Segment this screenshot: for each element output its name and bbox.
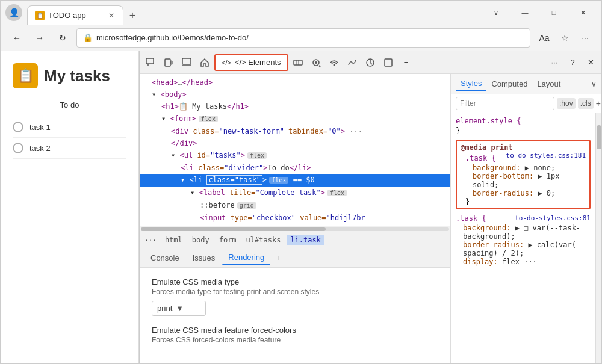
task-item-1: task 1 bbox=[13, 117, 126, 138]
help-button[interactable]: ? bbox=[564, 54, 581, 71]
breadcrumb-body[interactable]: body bbox=[188, 235, 213, 245]
selected-html-line[interactable]: ▾ <li class="task">flex == $0 bbox=[140, 174, 450, 187]
styles-filter-bar: :hov .cls + ⊞ ⊟ bbox=[451, 94, 601, 113]
html-line[interactable]: ▾ <label title="Complete task">flex bbox=[140, 187, 450, 199]
title-bar: 👤 📋 TODO app ✕ + ∨ — □ ✕ bbox=[1, 1, 601, 25]
new-tab-button[interactable]: + bbox=[123, 7, 141, 25]
active-tab[interactable]: 📋 TODO app ✕ bbox=[27, 5, 123, 25]
media-type-select[interactable]: print ▼ bbox=[152, 301, 206, 316]
styles-filter-input[interactable] bbox=[456, 97, 554, 110]
layout-tab[interactable]: Layout bbox=[532, 77, 565, 91]
media-print-label: @media print to-do-styles.css:181 bbox=[461, 143, 586, 152]
cls-button[interactable]: .cls bbox=[578, 98, 594, 109]
add-tab-button[interactable]: + bbox=[272, 251, 286, 265]
svg-rect-0 bbox=[146, 58, 154, 64]
style-prop-radius-2: border-radius: ▶ calc(var(--spacing) / 2… bbox=[456, 241, 591, 258]
device-emulation-button[interactable] bbox=[160, 54, 177, 71]
more-options-button[interactable]: ··· bbox=[576, 29, 594, 47]
window-controls: ∨ — □ ✕ bbox=[480, 3, 597, 22]
element-style-close: } bbox=[456, 126, 591, 135]
close-devtools-button[interactable]: ✕ bbox=[582, 54, 599, 71]
task-rule-2-header: .task { to-do-styles.css:81 bbox=[456, 214, 591, 224]
rule-close-1: } bbox=[465, 197, 586, 206]
read-aloud-button[interactable]: Aa bbox=[535, 29, 553, 47]
element-style-rule: element.style { } bbox=[456, 117, 591, 135]
svg-line-11 bbox=[319, 66, 320, 67]
breadcrumb-html[interactable]: html bbox=[161, 235, 186, 245]
home-button[interactable] bbox=[196, 54, 213, 71]
media-type-value: print bbox=[157, 304, 172, 313]
styles-expand-button[interactable]: ∨ bbox=[591, 80, 597, 88]
main-content-area: 📋 My tasks To do task 1 task 2 bbox=[1, 51, 601, 363]
task-source-2[interactable]: to-do-styles.css:81 bbox=[515, 214, 591, 224]
style-prop-bg-2: background: ▶ □ var(--task-background); bbox=[456, 224, 591, 241]
refresh-button[interactable]: ↻ bbox=[54, 29, 72, 47]
media-print-source[interactable]: to-do-styles.css:181 bbox=[506, 152, 586, 159]
forward-button[interactable]: → bbox=[31, 29, 49, 47]
pseudo-classes-button[interactable]: :hov bbox=[557, 98, 576, 109]
close-window-button[interactable]: ✕ bbox=[569, 3, 597, 22]
tab-elements[interactable]: </> </> Elements bbox=[214, 54, 288, 71]
styles-tab[interactable]: Styles bbox=[456, 76, 486, 91]
performance-button[interactable] bbox=[344, 54, 361, 71]
computed-tab[interactable]: Computed bbox=[486, 77, 532, 91]
minimize-button[interactable]: — bbox=[511, 3, 539, 22]
app-header: 📋 My tasks bbox=[13, 63, 126, 88]
html-line[interactable]: </div> bbox=[140, 137, 450, 149]
task-1-label: task 1 bbox=[29, 123, 51, 132]
rendering-tab[interactable]: Rendering bbox=[222, 250, 270, 265]
html-line[interactable]: <head>…</head> bbox=[140, 76, 450, 88]
add-style-rule-button[interactable]: + bbox=[596, 99, 601, 108]
forced-colors-section: Emulate CSS media feature forced-colors … bbox=[152, 325, 438, 344]
breadcrumb-form[interactable]: form bbox=[216, 235, 240, 245]
styles-scrollbar[interactable] bbox=[595, 113, 601, 363]
more-tools-button[interactable]: ··· bbox=[546, 54, 563, 71]
html-line[interactable]: <input type="checkbox" value="hdijl7br bbox=[140, 212, 450, 224]
html-line[interactable]: ::beforegrid bbox=[140, 199, 450, 212]
inspect-element-button[interactable] bbox=[142, 54, 159, 71]
styles-tabs: Styles Computed Layout ∨ bbox=[451, 74, 601, 94]
section-label: To do bbox=[13, 100, 126, 110]
memory-button[interactable] bbox=[362, 54, 379, 71]
task-rule-2: .task { to-do-styles.css:81 background: … bbox=[456, 214, 591, 266]
app-panel: 📋 My tasks To do task 1 task 2 bbox=[1, 51, 139, 363]
forced-colors-label: Emulate CSS media feature forced-colors bbox=[152, 325, 438, 335]
styles-content: element.style { } @media print to-do-sty… bbox=[451, 113, 595, 363]
breadcrumb-li-task[interactable]: li.task bbox=[287, 235, 324, 245]
console-drawer-button[interactable] bbox=[178, 54, 195, 71]
back-button[interactable]: ← bbox=[8, 29, 26, 47]
html-line[interactable]: <h1>📋 My tasks</h1> bbox=[140, 100, 450, 113]
html-line[interactable]: ▾ <form>flex bbox=[140, 113, 450, 125]
network-button[interactable] bbox=[290, 54, 306, 71]
devtools-toolbar: </> </> Elements bbox=[140, 51, 601, 74]
profile-avatar[interactable]: 👤 bbox=[5, 4, 22, 21]
task-2-checkbox[interactable] bbox=[13, 143, 23, 153]
lock-icon: 🔒 bbox=[83, 33, 93, 42]
collapse-button[interactable]: ∨ bbox=[482, 3, 510, 22]
maximize-button[interactable]: □ bbox=[540, 3, 568, 22]
html-line[interactable]: <li class="divider">To do</li> bbox=[140, 162, 450, 174]
task-1-checkbox[interactable] bbox=[13, 122, 23, 132]
issues-tab[interactable]: Issues bbox=[187, 251, 222, 265]
add-panel-button[interactable]: + bbox=[398, 54, 415, 71]
html-line[interactable]: ▾ <body> bbox=[140, 88, 450, 100]
console-tab[interactable]: Console bbox=[144, 251, 185, 265]
tab-close-button[interactable]: ✕ bbox=[107, 10, 116, 21]
html-line[interactable]: ▾ <ul id="tasks">flex bbox=[140, 149, 450, 162]
tab-bar: 📋 TODO app ✕ + bbox=[27, 1, 475, 25]
address-bar[interactable]: 🔒 microsoftedge.github.io/Demos/demo-to-… bbox=[76, 28, 530, 48]
html-line[interactable]: <div class="new-task-form" tabindex="0">… bbox=[140, 125, 450, 137]
elements-html-panel: <head>…</head> ▾ <body> <h1>📋 My tasks</… bbox=[140, 74, 450, 226]
sources-button[interactable] bbox=[308, 54, 324, 71]
element-style-selector: element.style { bbox=[456, 117, 591, 125]
favorites-button[interactable]: ☆ bbox=[556, 29, 574, 47]
svg-rect-4 bbox=[182, 58, 191, 64]
layers-button[interactable] bbox=[380, 54, 397, 71]
forced-colors-sublabel: Forces CSS forced-colors media feature bbox=[152, 336, 438, 344]
styles-scroll-thumb[interactable] bbox=[597, 125, 601, 149]
svg-point-12 bbox=[333, 64, 335, 66]
breadcrumb-ul-tasks[interactable]: ul#tasks bbox=[243, 235, 285, 245]
task-item-2: task 2 bbox=[13, 138, 126, 159]
wifi-icon[interactable] bbox=[326, 54, 343, 71]
select-chevron-icon: ▼ bbox=[176, 304, 184, 313]
